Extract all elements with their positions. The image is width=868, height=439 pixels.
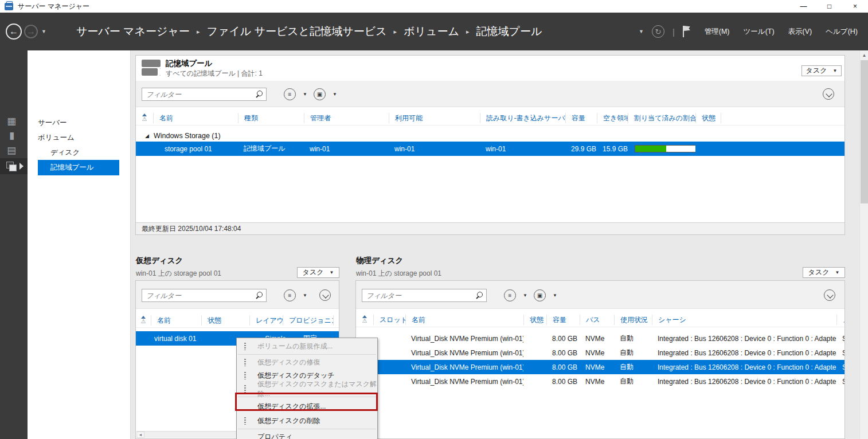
- breadcrumb-separator-icon: ▸: [394, 28, 397, 36]
- cell-usage: 自動: [614, 377, 652, 386]
- pools-filter-input[interactable]: [142, 88, 267, 101]
- file-storage-services-icon[interactable]: [6, 162, 14, 168]
- menu-item-icon: [244, 359, 246, 366]
- breadcrumb-file-storage-services[interactable]: ファイル サービスと記憶域サービス: [206, 24, 386, 39]
- chevron-down-icon[interactable]: ▼: [639, 29, 644, 34]
- column-header-usage[interactable]: 使用状況: [614, 315, 652, 325]
- sidebar-item-storage-pools[interactable]: 記憶域プール: [38, 160, 119, 175]
- menu-manage[interactable]: 管理(M): [705, 27, 730, 37]
- column-header-manager[interactable]: 管理者: [304, 113, 389, 123]
- tasks-label: タスク: [303, 268, 324, 277]
- pools-table-header: ⚠ 名前 種類 管理者 利用可能 読み取り-書き込みサーバー 容量 空き領域 割…: [136, 111, 844, 126]
- history-chevron-down-icon[interactable]: ▼: [41, 29, 46, 34]
- warning-icon: ⚠: [362, 318, 367, 324]
- table-row-physical-disk-3[interactable]: Virtual_Disk NVMe Premium (win-01) 8.00 …: [356, 360, 844, 374]
- collapse-panel-icon[interactable]: [823, 88, 834, 100]
- menu-item-delete-virtual-disk[interactable]: 仮想ディスクの削除: [237, 414, 377, 428]
- maximize-button[interactable]: □: [816, 0, 842, 13]
- column-header-available[interactable]: 利用可能: [389, 113, 480, 123]
- scroll-up-icon[interactable]: ▲: [860, 50, 868, 60]
- column-header-capacity[interactable]: 容量: [546, 315, 580, 325]
- close-button[interactable]: ×: [842, 0, 868, 13]
- pools-tasks-button[interactable]: タスク▼: [801, 65, 842, 76]
- dashboard-icon[interactable]: ▦: [7, 116, 16, 126]
- physical-disks-tasks-button[interactable]: タスク▼: [803, 267, 845, 278]
- physical-disks-filter-input[interactable]: [362, 289, 487, 302]
- menu-item-new-volume[interactable]: ボリュームの新規作成...: [237, 340, 377, 353]
- column-header-status[interactable]: 状態: [201, 315, 249, 326]
- column-header-name[interactable]: 名前: [151, 315, 201, 326]
- scrollbar-thumb[interactable]: [861, 60, 868, 203]
- menu-item-repair-virtual-disk[interactable]: 仮想ディスクの修復: [237, 356, 377, 369]
- last-refresh-text: 最終更新日 2025/10/04 17:48:04: [142, 224, 241, 234]
- table-row-storage-pool-01[interactable]: storage pool 01 記憶域プール win-01 win-01 win…: [136, 142, 844, 156]
- sidebar-item-disks[interactable]: ディスク: [50, 148, 80, 158]
- column-header-spacer: [721, 113, 844, 123]
- column-header-capacity[interactable]: 容量: [565, 113, 597, 123]
- save-query-chevron-icon[interactable]: ▼: [333, 92, 337, 97]
- list-view-chevron-icon[interactable]: ▼: [303, 92, 307, 97]
- virtual-disks-tasks-button[interactable]: タスク▼: [297, 267, 339, 278]
- storage-pool-icon-part: [142, 68, 161, 76]
- virtual-disk-context-menu: ボリュームの新規作成... 仮想ディスクの修復 仮想ディスクのデタッチ 仮想ディ…: [236, 338, 378, 439]
- forward-icon[interactable]: →: [24, 25, 38, 38]
- column-header-layout[interactable]: レイアウト: [249, 315, 283, 326]
- menu-tools[interactable]: ツール(T): [744, 27, 775, 37]
- column-header-status[interactable]: 状態: [695, 113, 721, 123]
- virtual-disks-filter-input[interactable]: [142, 289, 267, 302]
- save-query-icon[interactable]: ▣: [314, 88, 326, 100]
- sort-warning-header[interactable]: ⚠: [136, 113, 153, 123]
- breadcrumb-storage-pools[interactable]: 記憶域プール: [476, 24, 542, 39]
- menu-help[interactable]: ヘルプ(H): [826, 27, 858, 37]
- column-header-type[interactable]: 種類: [238, 113, 304, 123]
- collapse-panel-icon[interactable]: [319, 289, 331, 301]
- list-view-icon[interactable]: ≡: [284, 88, 296, 100]
- column-header-status[interactable]: 状態: [523, 315, 546, 325]
- list-view-icon[interactable]: ≡: [284, 289, 296, 301]
- save-query-chevron-icon[interactable]: ▼: [553, 293, 557, 298]
- menu-item-properties[interactable]: プロパティ: [237, 430, 377, 439]
- minimize-button[interactable]: —: [791, 0, 816, 13]
- table-row-physical-disk-1[interactable]: Virtual_Disk NVMe Premium (win-01) 8.00 …: [356, 331, 844, 346]
- cell-capacity: 8.00 GB: [546, 349, 580, 357]
- column-header-media[interactable]: メディア: [836, 315, 844, 325]
- notifications-flag-icon[interactable]: [683, 26, 691, 37]
- breadcrumb-server-manager[interactable]: サーバー マネージャー: [76, 24, 190, 39]
- group-row-windows-storage[interactable]: ◢ Windows Storage (1): [136, 130, 844, 142]
- column-header-provisioning[interactable]: プロビジョニング: [283, 315, 333, 326]
- flyout-arrow-icon[interactable]: [19, 163, 24, 170]
- save-query-icon[interactable]: ▣: [534, 289, 546, 301]
- column-header-name[interactable]: 名前: [153, 113, 238, 123]
- menu-item-label: プロパティ: [257, 432, 292, 439]
- table-row-physical-disk-4[interactable]: Virtual_Disk NVMe Premium (win-01) 8.00 …: [356, 374, 844, 389]
- group-expander-icon[interactable]: ◢: [145, 133, 149, 139]
- column-header-allocated-pct[interactable]: 割り当て済みの割合: [628, 113, 695, 123]
- list-view-icon[interactable]: ≡: [504, 289, 516, 301]
- column-header-chassis[interactable]: シャーシ: [652, 315, 836, 325]
- column-header-name[interactable]: 名前: [405, 315, 523, 325]
- all-servers-icon[interactable]: ▤: [7, 146, 16, 155]
- sidebar-item-servers[interactable]: サーバー: [38, 118, 67, 128]
- list-view-chevron-icon[interactable]: ▼: [303, 293, 307, 298]
- cell-manager: win-01: [304, 145, 389, 153]
- column-header-bus[interactable]: バス: [580, 315, 614, 325]
- column-header-rw-server[interactable]: 読み取り-書き込みサーバー: [480, 113, 565, 123]
- menu-item-label: 仮想ディスクの削除: [257, 416, 320, 426]
- collapse-panel-icon[interactable]: [824, 289, 835, 301]
- sort-warning-header[interactable]: ⚠: [356, 315, 373, 325]
- menu-view[interactable]: 表示(V): [788, 27, 812, 37]
- local-server-icon[interactable]: ▮: [9, 131, 14, 140]
- table-row-physical-disk-2[interactable]: Virtual_Disk NVMe Premium (win-01) 8.00 …: [356, 346, 844, 360]
- column-header-free-space[interactable]: 空き領域: [597, 113, 628, 123]
- sidebar-item-volumes[interactable]: ボリューム: [38, 133, 75, 143]
- column-header-slot[interactable]: スロット: [373, 315, 405, 325]
- breadcrumb-volumes[interactable]: ボリューム: [404, 24, 459, 39]
- list-view-chevron-icon[interactable]: ▼: [523, 293, 527, 298]
- back-icon[interactable]: ←: [6, 23, 22, 40]
- column-header-capacity[interactable]: 容量: [333, 315, 339, 326]
- scroll-left-icon[interactable]: ◄: [136, 432, 144, 438]
- tasks-chevron-icon: ▼: [835, 270, 839, 275]
- sort-warning-header[interactable]: ⚠: [136, 315, 151, 326]
- refresh-icon[interactable]: ↻: [652, 25, 664, 38]
- vertical-scrollbar[interactable]: ▲: [859, 50, 868, 439]
